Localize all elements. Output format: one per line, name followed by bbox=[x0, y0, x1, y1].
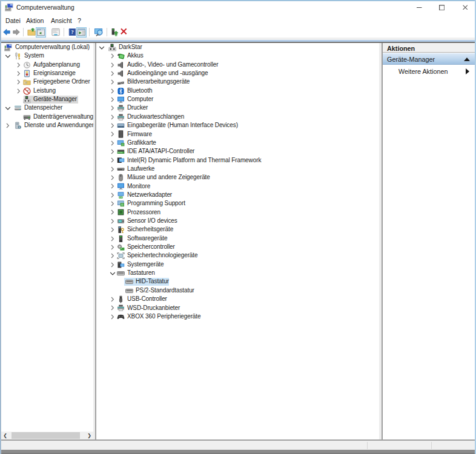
svg-text:22: 22 bbox=[25, 82, 27, 84]
svg-text:?: ? bbox=[71, 29, 73, 35]
